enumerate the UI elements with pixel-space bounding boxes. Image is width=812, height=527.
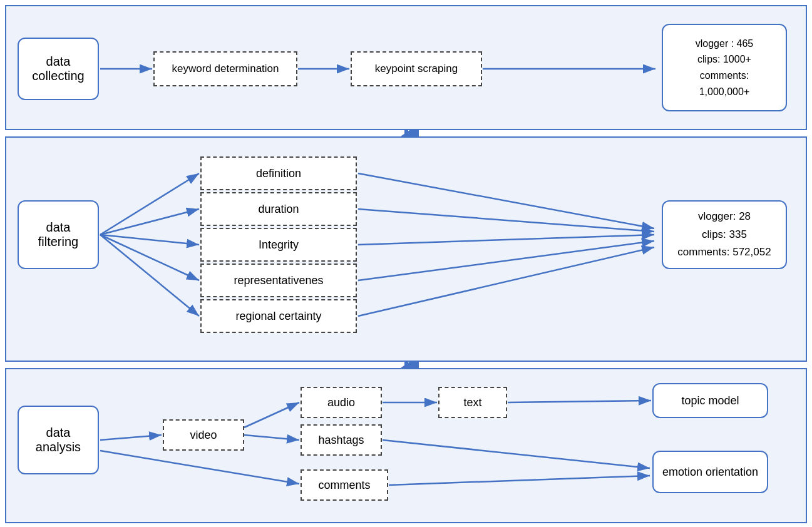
video-box: video <box>163 419 244 451</box>
svg-line-12 <box>358 209 654 232</box>
svg-line-24 <box>383 440 650 468</box>
svg-line-23 <box>508 401 651 402</box>
criteria-regional: regional certainty <box>200 299 357 333</box>
audio-box: audio <box>301 387 382 418</box>
emotion-orientation-box: emotion orientation <box>652 451 768 493</box>
stats-box-1: vlogger : 465 clips: 1000+ comments: 1,0… <box>662 24 787 111</box>
stats-box-2: vlogger: 28 clips: 335 comments: 572,052 <box>662 200 787 269</box>
svg-line-25 <box>389 476 650 485</box>
svg-line-7 <box>100 209 199 235</box>
svg-line-8 <box>100 235 199 245</box>
keypoint-scraping-box: keypoint scraping <box>351 51 482 86</box>
main-container: data collecting keyword determination ke… <box>0 0 812 527</box>
svg-line-6 <box>100 173 199 235</box>
svg-line-18 <box>100 435 162 440</box>
criteria-representativeness: representativenes <box>200 264 357 297</box>
svg-line-21 <box>244 435 299 440</box>
svg-line-20 <box>244 402 299 427</box>
criteria-integrity: Integrity <box>200 228 357 262</box>
criteria-duration: duration <box>200 192 357 226</box>
comments-box: comments <box>301 469 388 501</box>
section-collecting: data collecting keyword determination ke… <box>5 5 807 130</box>
svg-line-14 <box>358 241 654 280</box>
data-analysis-box: data analysis <box>18 406 99 474</box>
svg-line-19 <box>100 451 299 484</box>
hashtags-box: hashtags <box>301 424 382 456</box>
criteria-definition: definition <box>200 156 357 190</box>
svg-line-10 <box>100 235 199 316</box>
text-box: text <box>438 387 507 418</box>
keyword-determination-box: keyword determination <box>153 51 297 86</box>
data-collecting-box: data collecting <box>18 38 99 100</box>
svg-line-11 <box>358 173 654 228</box>
svg-line-13 <box>358 235 654 245</box>
section-analysis: data analysis video audio hashtags comme… <box>5 368 807 523</box>
svg-line-9 <box>100 235 199 280</box>
data-filtering-box: data filtering <box>18 200 99 269</box>
svg-line-15 <box>358 247 654 316</box>
section-filtering: data filtering definition duration Integ… <box>5 136 807 362</box>
topic-model-box: topic model <box>652 383 768 418</box>
